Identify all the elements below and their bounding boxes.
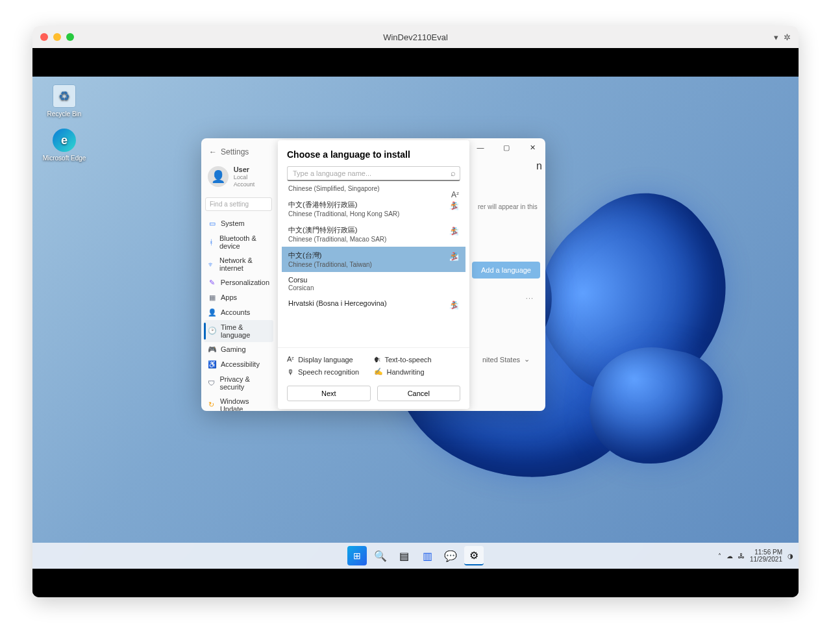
header-fragment: n — [536, 160, 542, 172]
accessibility-icon: ♿ — [208, 360, 216, 369]
desktop-icon-edge[interactable]: Microsoft Edge — [42, 129, 87, 162]
start-button[interactable]: ⊞ — [347, 546, 367, 565]
wifi-icon: ᯤ — [208, 260, 215, 268]
tray-chevron-icon[interactable]: ˄ — [718, 552, 721, 560]
settings-window: — ▢ ✕ ← Settings 👤 User — [201, 138, 545, 411]
zoom-icon[interactable] — [66, 33, 74, 41]
user-card[interactable]: 👤 User Local Account — [204, 159, 273, 195]
sidebar-item-personalization[interactable]: ✎Personalization — [204, 275, 273, 290]
brush-icon: ✎ — [208, 279, 216, 287]
letterbox-top — [32, 48, 799, 77]
language-item[interactable]: Chinese (Simplified, Singapore)Aᶻ — [282, 185, 465, 196]
back-button[interactable]: ← Settings — [204, 145, 273, 159]
host-window: WinDev2110Eval ▾ ✲ Recycle Bin Microsoft… — [32, 26, 799, 597]
mac-titlebar: WinDev2110Eval ▾ ✲ — [32, 26, 799, 48]
bluetooth-icon: ᚼ — [208, 238, 215, 246]
back-arrow-icon: ← — [209, 147, 217, 156]
sidebar-item-gaming[interactable]: 🎮Gaming — [204, 342, 273, 357]
vm-viewport: Recycle Bin Microsoft Edge — ▢ ✕ ← Se — [32, 48, 799, 597]
sidebar-item-update[interactable]: ↻Windows Update — [204, 394, 273, 411]
taskbar-search-icon[interactable]: 🔍 — [371, 546, 390, 565]
task-view-icon[interactable]: ▤ — [394, 546, 414, 565]
desktop-icon-label: Microsoft Edge — [42, 155, 87, 162]
sidebar-item-accounts[interactable]: 👤Accounts — [204, 305, 273, 320]
sidebar-item-time-language[interactable]: 🕑Time & language — [204, 320, 273, 342]
chat-icon[interactable]: 💬 — [441, 546, 460, 565]
clock-icon: 🕑 — [208, 327, 216, 335]
minimize-icon[interactable] — [53, 33, 61, 41]
dropdown-icon[interactable]: ▾ — [774, 32, 778, 42]
system-tray[interactable]: ˄ ☁ 🖧 11:56 PM 11/29/2021 ◑ — [718, 549, 793, 563]
dialog-actions: Next Cancel — [278, 380, 469, 409]
edge-icon — [53, 129, 76, 152]
feature-legend: AᶻDisplay language 🗣Text-to-speech 🎙Spee… — [278, 347, 469, 380]
taskbar: ⊞ 🔍 ▤ ▥ 💬 ⚙ ˄ ☁ 🖧 11:56 PM 11/29/2021 ◑ — [32, 543, 799, 569]
settings-sidebar: ← Settings 👤 User Local Account Find a s… — [201, 138, 276, 411]
avatar-icon: 👤 — [208, 166, 229, 187]
language-native-name: 中文(香港特別行政區) — [288, 200, 459, 210]
language-feature-icon: 🏂 — [449, 252, 459, 261]
add-language-button[interactable]: Add a language — [472, 262, 540, 279]
desktop-icon-recycle-bin[interactable]: Recycle Bin — [42, 84, 87, 118]
dialog-title: Choose a language to install — [278, 140, 469, 166]
language-list[interactable]: Chinese (Simplified, Singapore)Aᶻ中文(香港特別… — [282, 185, 465, 347]
display-language-icon: Aᶻ — [287, 355, 294, 364]
desktop-icon-label: Recycle Bin — [42, 110, 87, 118]
language-native-name: 中文(澳門特別行政區) — [288, 225, 459, 235]
letterbox-bottom — [32, 569, 799, 597]
language-english-name: Chinese (Traditional, Macao SAR) — [288, 236, 459, 243]
language-search-input[interactable]: Type a language name... — [287, 166, 460, 181]
update-icon: ↻ — [208, 401, 216, 409]
sidebar-item-privacy[interactable]: 🛡Privacy & security — [204, 372, 273, 394]
sidebar-item-network[interactable]: ᯤNetwork & internet — [204, 253, 273, 275]
language-feature-icon: 🏂 — [449, 227, 459, 236]
cancel-button[interactable]: Cancel — [377, 386, 461, 401]
taskbar-center: ⊞ 🔍 ▤ ▥ 💬 ⚙ — [347, 546, 484, 565]
system-icon: ▭ — [208, 219, 216, 228]
clock[interactable]: 11:56 PM 11/29/2021 — [750, 549, 782, 563]
language-native-name: Hrvatski (Bosna i Hercegovina) — [288, 299, 459, 307]
sidebar-item-apps[interactable]: ▦Apps — [204, 290, 273, 305]
more-button[interactable]: ··· — [526, 294, 534, 302]
language-native-name: Corsu — [288, 276, 459, 284]
language-item[interactable]: 中文(台灣)Chinese (Traditional, Taiwan)🏂 — [282, 247, 465, 272]
language-item[interactable]: 中文(香港特別行政區)Chinese (Traditional, Hong Ko… — [282, 196, 465, 221]
recycle-bin-icon — [53, 84, 76, 108]
speech-icon: 🎙 — [287, 368, 294, 376]
account-icon: 👤 — [208, 308, 216, 317]
close-icon[interactable] — [40, 33, 48, 41]
guest-desktop[interactable]: Recycle Bin Microsoft Edge — ▢ ✕ ← Se — [32, 77, 799, 569]
language-english-name: Chinese (Traditional, Taiwan) — [288, 261, 459, 268]
language-native-name: 中文(台灣) — [288, 251, 459, 260]
notifications-icon[interactable]: ◑ — [788, 552, 793, 560]
app-title: Settings — [221, 147, 249, 156]
language-english-name: Chinese (Simplified, Singapore) — [288, 185, 459, 192]
widgets-icon[interactable]: ▥ — [417, 546, 437, 565]
user-subtitle: Local Account — [234, 174, 269, 188]
sidebar-item-bluetooth[interactable]: ᚼBluetooth & device — [204, 231, 273, 253]
apps-icon: ▦ — [208, 293, 216, 302]
language-english-name: Corsican — [288, 284, 459, 291]
traffic-lights — [40, 33, 74, 41]
network-tray-icon[interactable]: 🖧 — [738, 552, 745, 560]
chevron-down-icon: ⌄ — [524, 355, 530, 364]
next-button[interactable]: Next — [287, 386, 371, 401]
language-feature-icon: 🏂 — [449, 301, 459, 310]
user-name: User — [234, 166, 269, 174]
sidebar-item-system[interactable]: ▭System — [204, 216, 273, 231]
window-title: WinDev2110Eval — [32, 32, 799, 42]
language-english-name: Chinese (Traditional, Hong Kong SAR) — [288, 210, 459, 217]
tts-icon: 🗣 — [374, 356, 381, 364]
language-install-dialog: Choose a language to install Type a lang… — [278, 140, 469, 409]
language-item[interactable]: Hrvatski (Bosna i Hercegovina)🏂 — [282, 295, 465, 312]
settings-search[interactable]: Find a setting — [205, 197, 272, 211]
region-select-fragment[interactable]: nited States ⌄ — [482, 355, 530, 364]
taskbar-app-settings[interactable]: ⚙ — [464, 546, 484, 565]
language-item[interactable]: 中文(澳門特別行政區)Chinese (Traditional, Macao S… — [282, 221, 465, 247]
cloud-icon[interactable]: ☁ — [726, 552, 733, 560]
sidebar-item-accessibility[interactable]: ♿Accessibility — [204, 357, 273, 372]
language-item[interactable]: CorsuCorsican — [282, 272, 465, 295]
gear-icon[interactable]: ✲ — [784, 32, 791, 42]
gaming-icon: 🎮 — [208, 345, 216, 354]
shield-icon: 🛡 — [208, 378, 215, 387]
